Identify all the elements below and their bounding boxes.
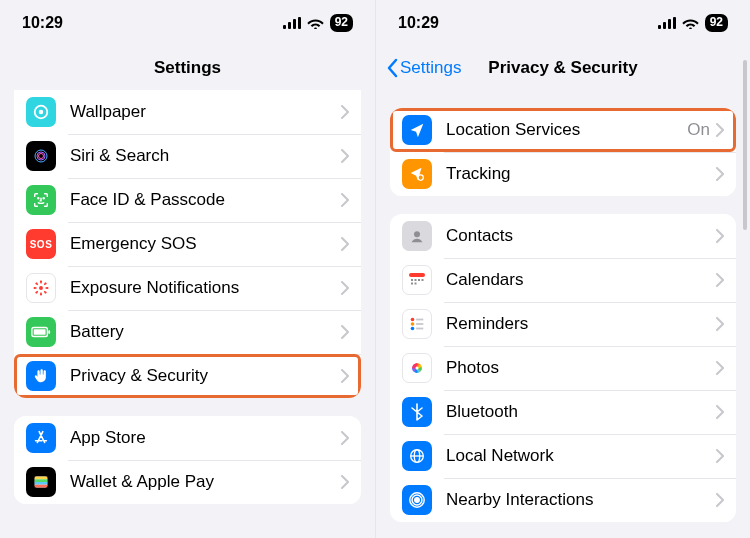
chevron-right-icon: [716, 273, 724, 287]
status-time: 10:29: [22, 14, 63, 32]
row-contacts[interactable]: Contacts: [390, 214, 736, 258]
svg-rect-29: [35, 477, 48, 480]
battery-icon: [26, 317, 56, 347]
svg-point-34: [414, 231, 420, 237]
row-emergency-sos[interactable]: SOS Emergency SOS: [14, 222, 361, 266]
svg-rect-26: [34, 329, 46, 334]
sos-icon: SOS: [26, 229, 56, 259]
svg-point-18: [40, 293, 42, 295]
row-label: Tracking: [446, 164, 716, 184]
row-label: Calendars: [446, 270, 716, 290]
svg-point-33: [418, 175, 423, 180]
wallet-icon: [26, 467, 56, 497]
row-wallet[interactable]: Wallet & Apple Pay: [14, 460, 361, 504]
row-app-store[interactable]: App Store: [14, 416, 361, 460]
local-network-icon: [402, 441, 432, 471]
svg-point-7: [43, 198, 44, 199]
row-label: Photos: [446, 358, 716, 378]
tracking-icon: [402, 159, 432, 189]
nearby-icon: [402, 485, 432, 515]
row-faceid[interactable]: Face ID & Passcode: [14, 178, 361, 222]
back-label: Settings: [400, 58, 461, 78]
status-bar: 10:29 92: [376, 0, 750, 46]
svg-point-24: [35, 291, 37, 293]
svg-rect-27: [48, 330, 50, 334]
cellular-signal-icon: [283, 17, 301, 29]
privacy-group-apps: Contacts Calendars Reminders: [390, 214, 736, 522]
contacts-icon: [402, 221, 432, 251]
chevron-right-icon: [341, 105, 349, 119]
svg-point-8: [39, 286, 43, 290]
settings-group-general: Wallpaper Siri & Search Face ID & Passco…: [14, 90, 361, 398]
row-label: Local Network: [446, 446, 716, 466]
row-battery[interactable]: Battery: [14, 310, 361, 354]
row-nearby-interactions[interactable]: Nearby Interactions: [390, 478, 736, 522]
chevron-right-icon: [716, 449, 724, 463]
row-label: Face ID & Passcode: [70, 190, 341, 210]
row-label: Wallpaper: [70, 102, 341, 122]
svg-rect-39: [418, 279, 420, 281]
row-label: Bluetooth: [446, 402, 716, 422]
status-time: 10:29: [398, 14, 439, 32]
siri-icon: [26, 141, 56, 171]
nav-header: Settings Privacy & Security: [376, 46, 750, 90]
svg-rect-36: [409, 273, 425, 277]
row-privacy-security[interactable]: Privacy & Security: [14, 354, 361, 398]
svg-rect-42: [415, 283, 417, 285]
svg-point-1: [39, 110, 44, 115]
row-reminders[interactable]: Reminders: [390, 302, 736, 346]
row-label: Wallet & Apple Pay: [70, 472, 341, 492]
scrollbar[interactable]: [743, 90, 747, 230]
privacy-group-location: Location Services On Tracking: [390, 108, 736, 196]
row-label: Battery: [70, 322, 341, 342]
battery-level: 92: [330, 14, 353, 32]
status-indicators: 92: [283, 14, 353, 32]
row-exposure-notifications[interactable]: Exposure Notifications: [14, 266, 361, 310]
svg-point-44: [411, 322, 415, 326]
appstore-icon: [26, 423, 56, 453]
chevron-right-icon: [341, 149, 349, 163]
row-siri[interactable]: Siri & Search: [14, 134, 361, 178]
chevron-right-icon: [716, 493, 724, 507]
bluetooth-icon: [402, 397, 432, 427]
row-label: Privacy & Security: [70, 366, 341, 386]
svg-point-45: [411, 327, 415, 331]
privacy-hand-icon: [26, 361, 56, 391]
svg-rect-30: [35, 479, 48, 482]
svg-rect-31: [35, 482, 48, 485]
nav-header: Settings: [0, 46, 375, 90]
svg-point-19: [34, 287, 36, 289]
battery-indicator: 92: [705, 14, 728, 32]
wifi-icon: [682, 17, 699, 29]
photos-icon: [402, 353, 432, 383]
cellular-signal-icon: [658, 17, 676, 29]
chevron-right-icon: [716, 123, 724, 137]
svg-rect-41: [411, 283, 413, 285]
row-location-services[interactable]: Location Services On: [390, 108, 736, 152]
reminders-icon: [402, 309, 432, 339]
battery-level: 92: [705, 14, 728, 32]
row-wallpaper[interactable]: Wallpaper: [14, 90, 361, 134]
back-button[interactable]: Settings: [386, 46, 461, 90]
location-arrow-icon: [402, 115, 432, 145]
svg-point-20: [46, 287, 48, 289]
row-label: Nearby Interactions: [446, 490, 716, 510]
row-tracking[interactable]: Tracking: [390, 152, 736, 196]
chevron-right-icon: [341, 281, 349, 295]
chevron-right-icon: [341, 369, 349, 383]
row-bluetooth[interactable]: Bluetooth: [390, 390, 736, 434]
row-calendars[interactable]: Calendars: [390, 258, 736, 302]
svg-point-60: [415, 498, 420, 503]
chevron-right-icon: [341, 237, 349, 251]
row-label: Reminders: [446, 314, 716, 334]
chevron-right-icon: [716, 317, 724, 331]
row-photos[interactable]: Photos: [390, 346, 736, 390]
row-label: Location Services: [446, 120, 687, 140]
privacy-security-screen: 10:29 92 Settings Privacy & Security Loc…: [375, 0, 750, 538]
row-label: Exposure Notifications: [70, 278, 341, 298]
settings-content: Wallpaper Siri & Search Face ID & Passco…: [0, 90, 375, 538]
chevron-right-icon: [341, 475, 349, 489]
svg-point-6: [38, 198, 39, 199]
row-local-network[interactable]: Local Network: [390, 434, 736, 478]
svg-point-23: [44, 282, 46, 284]
